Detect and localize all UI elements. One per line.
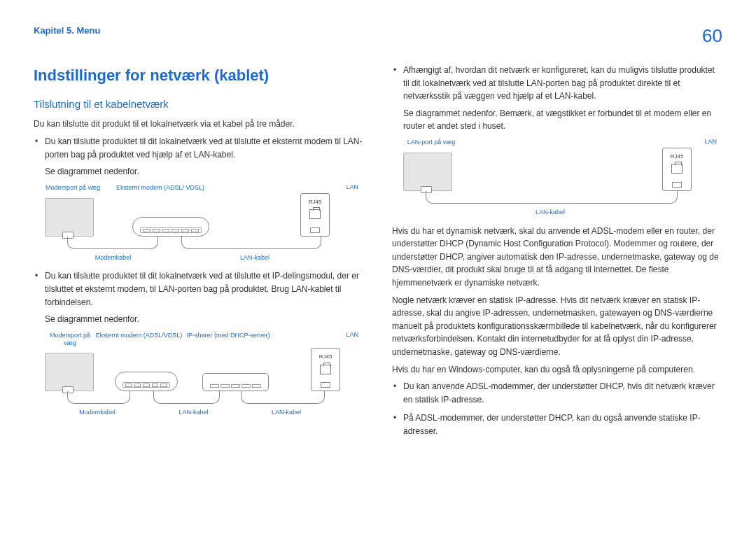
bullet-text: På ADSL-modemmer, der understøtter DHCP,… <box>403 413 701 436</box>
modem-icon <box>132 217 209 237</box>
diagram-label-lan: LAN <box>346 183 358 192</box>
cable-label-1: LAN-kabel <box>403 208 697 218</box>
paragraph-windows: Hvis du har en Windows-computer, kan du … <box>392 363 722 377</box>
cable-label-3: LAN-kabel <box>237 408 335 418</box>
rj45-port-icon: RJ45 <box>311 348 340 391</box>
page-header: Kapitel 5. Menu 60 <box>34 25 722 47</box>
bullet-item: Du kan tilslutte produktet til dit lokal… <box>45 135 364 178</box>
see-diagram-text: Se diagrammet nedenfor. Bemærk, at vægst… <box>403 107 722 133</box>
diagram-label-lan: LAN <box>704 137 717 147</box>
cable-label-1: Modemkabel <box>45 253 181 263</box>
paragraph-static: Nogle netværk kræver en statisk IP-adres… <box>392 294 722 359</box>
bullet-item: På ADSL-modemmer, der understøtter DHCP,… <box>403 412 722 437</box>
subsection-heading: Tilslutning til et kabelnetværk <box>34 96 364 112</box>
diagram-label-modem: Eksternt modem (ADSL/VDSL) <box>95 332 183 347</box>
rj45-port-icon: RJ45 <box>662 148 692 191</box>
diagram-label-wall: Modemport på væg <box>45 184 101 192</box>
ip-sharer-icon <box>202 373 269 391</box>
wall-port-icon <box>45 353 94 391</box>
page-number: 60 <box>702 25 722 47</box>
rj45-label: RJ45 <box>319 353 332 361</box>
rj45-label: RJ45 <box>671 153 684 161</box>
wall-port-icon <box>403 153 452 191</box>
bullet-text: Afhængigt af, hvordan dit netværk er kon… <box>403 65 715 101</box>
see-diagram-text: Se diagrammet nedenfor. <box>45 165 364 178</box>
modem-icon <box>115 372 178 391</box>
cable-label-2: LAN-kabel <box>181 253 328 263</box>
diagram-label-wall: Modemport på væg <box>45 332 95 347</box>
bullet-item: Afhængigt af, hvordan dit netværk er kon… <box>403 64 722 133</box>
diagram-label-wall: LAN-port på væg <box>403 139 459 146</box>
bullet-text: Du kan tilslutte produktet til dit lokal… <box>45 136 363 160</box>
diagram-label-modem: Eksternt modem (ADSL/ VDSL) <box>101 184 220 192</box>
bullet-text: Du kan anvende ADSL-modemmer, der unders… <box>403 381 715 405</box>
two-column-layout: Indstillinger for netværk (kablet) Tilsl… <box>34 64 722 444</box>
wall-port-icon <box>45 198 94 237</box>
bullet-item: Du kan tilslutte produktet til dit lokal… <box>45 269 364 325</box>
chapter-label: Kapitel 5. Menu <box>34 25 100 36</box>
diagram-label-lan: LAN <box>346 330 358 340</box>
rj45-label: RJ45 <box>309 198 322 206</box>
diagram-3: LAN-port på væg LAN RJ45 LAN-kabel <box>392 139 722 218</box>
diagram-label-sharer: IP-sharer (med DHCP-server) <box>183 332 274 347</box>
left-column: Indstillinger for netværk (kablet) Tilsl… <box>34 64 364 444</box>
see-diagram-text: Se diagrammet nedenfor. <box>45 313 364 326</box>
rj45-port-icon: RJ45 <box>300 193 330 237</box>
bullet-item: Du kan anvende ADSL-modemmer, der unders… <box>403 380 722 406</box>
right-column: Afhængigt af, hvordan dit netværk er kon… <box>392 64 722 444</box>
cable-label-1: Modemkabel <box>45 408 150 418</box>
diagram-1: Modemport på væg Eksternt modem (ADSL/ V… <box>34 184 364 263</box>
cable-label-2: LAN-kabel <box>150 408 237 418</box>
diagram-2: Modemport på væg Eksternt modem (ADSL/VD… <box>34 332 364 419</box>
paragraph-dhcp: Hvis du har et dynamisk netværk, skal du… <box>392 225 722 290</box>
intro-text: Du kan tilslutte dit produkt til et loka… <box>34 118 364 131</box>
bullet-text: Du kan tilslutte produktet til dit lokal… <box>45 271 359 307</box>
section-heading: Indstillinger for netværk (kablet) <box>34 64 364 87</box>
